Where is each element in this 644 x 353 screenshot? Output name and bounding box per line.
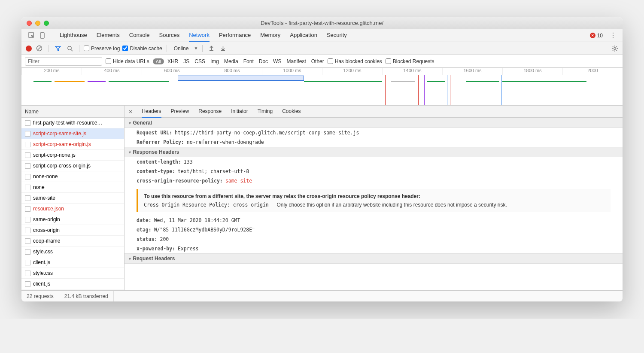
timeline-tick: 1400 ms — [382, 68, 442, 75]
chevron-down-icon[interactable]: ▼ — [194, 46, 198, 51]
tab-memory[interactable]: Memory — [260, 29, 280, 42]
detail-tab-initiator[interactable]: Initiator — [231, 106, 248, 118]
request-label: coop-iframe — [33, 238, 60, 244]
request-row[interactable]: coop-iframe — [21, 236, 124, 246]
tab-elements[interactable]: Elements — [97, 29, 120, 42]
request-row[interactable]: none — [21, 182, 124, 193]
section-request-headers[interactable]: Request Headers — [125, 253, 623, 264]
file-icon — [25, 271, 30, 276]
search-icon[interactable] — [65, 46, 75, 52]
name-header[interactable]: Name — [21, 106, 124, 118]
request-row[interactable]: script-corp-cross-origin.js — [21, 161, 124, 171]
tab-sources[interactable]: Sources — [159, 29, 180, 42]
request-row[interactable]: client.js — [21, 257, 124, 268]
tl-marker — [418, 75, 419, 105]
divider — [50, 32, 50, 39]
tab-lighthouse[interactable]: Lighthouse — [60, 29, 87, 42]
filter-type-css[interactable]: CSS — [194, 58, 205, 64]
tl-seg — [502, 81, 586, 82]
detail-tab-preview[interactable]: Preview — [171, 106, 189, 118]
timeline-bars — [21, 75, 623, 105]
window-title: DevTools - first-party-test-with-resourc… — [21, 20, 623, 26]
detail-tab-timing[interactable]: Timing — [258, 106, 273, 118]
tab-network[interactable]: Network — [189, 29, 210, 42]
status-transferred: 21.4 kB transferred — [59, 291, 114, 301]
filter-input[interactable] — [25, 57, 102, 66]
filter-type-media[interactable]: Media — [224, 58, 238, 64]
detail-tab-response[interactable]: Response — [198, 106, 222, 118]
content-type-key: content-type: — [137, 168, 175, 174]
error-badge[interactable]: ×10 — [590, 33, 603, 39]
note-code: Cross-Origin-Resource-Policy: cross-orig… — [144, 202, 269, 208]
devtools-window: DevTools - first-party-test-with-resourc… — [21, 17, 623, 301]
filter-type-font[interactable]: Font — [243, 58, 254, 64]
filter-type-js[interactable]: JS — [183, 58, 189, 64]
file-icon — [25, 206, 30, 212]
svg-point-6 — [614, 47, 616, 49]
request-label: client.js — [33, 281, 50, 287]
gear-icon[interactable] — [611, 45, 618, 52]
disable-cache-label: Disable cache — [130, 46, 162, 52]
request-row[interactable]: first-party-test-with-resource… — [21, 118, 124, 128]
request-row[interactable]: none-none — [21, 171, 124, 182]
svg-point-4 — [68, 46, 71, 49]
device-icon[interactable] — [37, 32, 48, 39]
request-row[interactable]: same-site — [21, 193, 124, 204]
blocked-requests-checkbox[interactable]: Blocked Requests — [386, 58, 434, 64]
request-row[interactable]: client.js — [21, 279, 124, 289]
file-icon — [25, 185, 30, 190]
request-row[interactable]: script-corp-same-origin.js — [21, 139, 124, 150]
titlebar: DevTools - first-party-test-with-resourc… — [21, 17, 623, 29]
filter-type-doc[interactable]: Doc — [259, 58, 268, 64]
status-bar: 22 requests 21.4 kB transferred — [21, 290, 623, 301]
tab-console[interactable]: Console — [129, 29, 150, 42]
request-row[interactable]: script-corp-none.js — [21, 150, 124, 161]
tl-seg — [304, 81, 382, 82]
request-row[interactable]: cross-origin — [21, 225, 124, 236]
tab-security[interactable]: Security — [327, 29, 347, 42]
corp-value: same-site — [225, 178, 252, 184]
has-blocked-cookies-checkbox[interactable]: Has blocked cookies — [328, 58, 382, 64]
content-type-value: text/html; charset=utf-8 — [178, 168, 249, 174]
detail-tab-cookies[interactable]: Cookies — [282, 106, 301, 118]
file-icon — [25, 120, 30, 126]
tab-application[interactable]: Application — [290, 29, 317, 42]
tab-performance[interactable]: Performance — [219, 29, 251, 42]
download-icon[interactable] — [219, 46, 228, 51]
filter-type-ws[interactable]: WS — [273, 58, 281, 64]
record-button[interactable] — [26, 46, 32, 52]
filter-type-manifest[interactable]: Manifest — [286, 58, 306, 64]
throttle-select[interactable]: Online — [171, 46, 191, 52]
kebab-icon[interactable]: ⋮ — [608, 31, 618, 40]
tl-marker — [450, 75, 450, 105]
filter-icon[interactable] — [53, 46, 63, 52]
upload-icon[interactable] — [207, 46, 216, 51]
close-detail-icon[interactable]: × — [129, 108, 132, 115]
clear-icon[interactable] — [34, 45, 44, 52]
preserve-log-checkbox[interactable]: Preserve log — [84, 46, 120, 52]
hide-data-urls-checkbox[interactable]: Hide data URLs — [106, 58, 149, 64]
note-tail: — Only choose this option if an arbitrar… — [269, 202, 507, 208]
svg-line-3 — [38, 47, 41, 50]
request-row[interactable]: resource.json — [21, 204, 124, 214]
main-tabs: LighthouseElementsConsoleSourcesNetworkP… — [60, 29, 590, 42]
inspect-icon[interactable] — [26, 32, 37, 39]
timeline[interactable]: 200 ms400 ms600 ms800 ms1000 ms1200 ms14… — [21, 68, 623, 106]
filter-type-img[interactable]: Img — [210, 58, 219, 64]
network-toolbar: Preserve log Disable cache Online ▼ — [21, 42, 623, 55]
filter-all[interactable]: All — [153, 58, 164, 64]
section-response-headers[interactable]: Response Headers — [125, 147, 623, 157]
filter-type-xhr[interactable]: XHR — [167, 58, 178, 64]
request-row[interactable]: script-corp-same-site.js — [21, 128, 124, 139]
tl-seg — [33, 81, 52, 82]
svg-line-13 — [613, 50, 614, 51]
request-row[interactable]: style.css — [21, 268, 124, 279]
disable-cache-checkbox[interactable]: Disable cache — [122, 46, 162, 52]
request-row[interactable]: same-origin — [21, 214, 124, 225]
detail-tab-headers[interactable]: Headers — [142, 106, 161, 118]
section-general[interactable]: General — [125, 118, 623, 128]
request-row[interactable]: style.css — [21, 246, 124, 257]
tl-marker — [390, 75, 390, 105]
filter-type-other[interactable]: Other — [311, 58, 324, 64]
file-icon — [25, 217, 30, 222]
